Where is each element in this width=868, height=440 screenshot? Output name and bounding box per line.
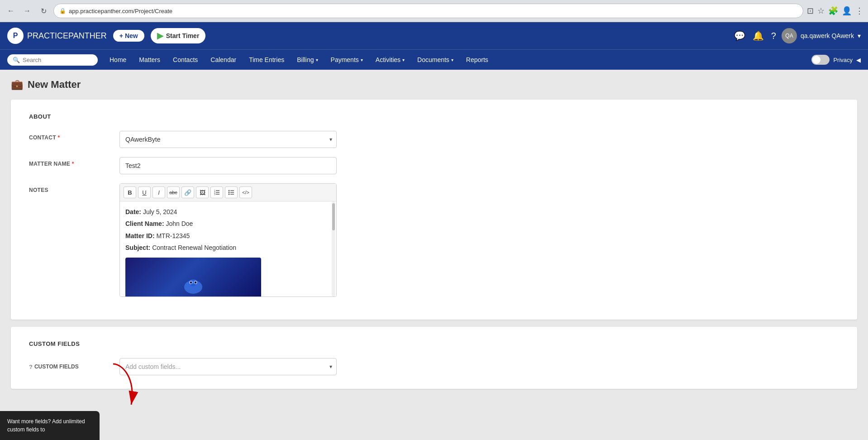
secure-icon: 🔒 <box>59 8 66 14</box>
back-button[interactable]: ← <box>5 5 17 17</box>
link-button[interactable]: 🔗 <box>181 187 194 198</box>
matter-name-input[interactable] <box>119 157 337 174</box>
logo-bold: PRACTICE <box>27 31 68 40</box>
forward-button[interactable]: → <box>21 5 33 17</box>
cf-select[interactable]: Add custom fields... <box>119 358 337 375</box>
bold-button[interactable]: B <box>124 187 136 198</box>
nav-contacts[interactable]: Contacts <box>167 50 204 70</box>
code-button[interactable]: </> <box>239 187 252 198</box>
plus-icon: + <box>119 32 123 39</box>
contact-select-wrapper: QAwerkByte ▾ <box>119 131 337 148</box>
profile-icon[interactable]: 👤 <box>842 6 852 16</box>
matter-name-label-text: MATTER NAME <box>29 161 70 167</box>
toggle-knob <box>812 56 820 64</box>
editor-toolbar: B U I abc 🔗 🖼 123 </> <box>120 184 336 201</box>
contact-required: * <box>58 134 60 141</box>
more-icon[interactable]: ⋮ <box>855 6 863 16</box>
help-icon[interactable]: ? <box>771 31 776 41</box>
nav-payments[interactable]: Payments ▾ <box>324 50 369 70</box>
contact-select[interactable]: QAwerkByte <box>119 131 337 148</box>
subject-value: Contract Renewal Negotiation <box>152 244 236 251</box>
nav-time-entries[interactable]: Time Entries <box>243 50 291 70</box>
editor-scrollbar[interactable] <box>332 201 335 297</box>
matter-name-field <box>119 157 337 174</box>
start-timer-button[interactable]: ▶ Start Timer <box>151 28 206 43</box>
documents-arrow: ▾ <box>451 57 453 62</box>
date-label: Date: <box>125 208 141 215</box>
extension-icon[interactable]: 🧩 <box>828 6 838 16</box>
new-label: New <box>125 32 138 39</box>
search-box[interactable]: 🔍 <box>7 54 98 66</box>
about-section: ABOUT CONTACT * QAwerkByte ▾ MATTER NAME… <box>11 100 857 320</box>
scrollbar-thumb <box>332 203 335 230</box>
svg-point-8 <box>229 194 230 195</box>
address-bar[interactable]: 🔒 app.practicepanther.com/Project/Create <box>53 4 803 18</box>
nav-home[interactable]: Home <box>103 50 133 70</box>
home-label: Home <box>110 56 126 63</box>
billing-label: Billing <box>297 56 314 63</box>
logo-text: PRACTICEPANTHER <box>27 31 107 41</box>
logo-light: PANTHER <box>68 31 107 40</box>
strikethrough-button[interactable]: abc <box>167 187 180 198</box>
bookmark-icon[interactable]: ☆ <box>817 6 825 16</box>
user-menu-arrow: ▾ <box>858 32 861 39</box>
avatar: QA <box>782 28 797 43</box>
notes-row: NOTES B U I abc 🔗 🖼 123 <box>29 183 839 297</box>
contact-row: CONTACT * QAwerkByte ▾ <box>29 131 839 148</box>
play-icon: ▶ <box>157 31 163 41</box>
cf-label-text: CUSTOM FIELDS <box>34 363 79 370</box>
new-button[interactable]: + New <box>112 29 145 43</box>
client-label: Client Name: <box>125 220 164 227</box>
privacy-toggle[interactable]: Privacy ◀ <box>811 55 861 65</box>
calendar-label: Calendar <box>210 56 236 63</box>
browser-actions: ⊡ ☆ 🧩 👤 ⋮ <box>807 6 863 16</box>
underline-button[interactable]: U <box>138 187 151 198</box>
matter-name-row: MATTER NAME * <box>29 157 839 174</box>
svg-point-18 <box>191 283 196 286</box>
svg-point-6 <box>229 190 230 191</box>
notes-label-text: NOTES <box>29 187 48 193</box>
chat-icon[interactable]: 💬 <box>734 30 745 41</box>
cf-label: ? CUSTOM FIELDS <box>29 363 110 370</box>
url-text: app.practicepanther.com/Project/Create <box>69 8 172 14</box>
cast-icon[interactable]: ⊡ <box>807 6 814 16</box>
image-button[interactable]: 🖼 <box>196 187 209 198</box>
nav-billing[interactable]: Billing ▾ <box>291 50 324 70</box>
cf-help-icon[interactable]: ? <box>29 363 33 370</box>
user-menu[interactable]: QA qa.qawerk QAwerk ▾ <box>782 28 861 43</box>
refresh-button[interactable]: ↻ <box>37 5 50 17</box>
start-timer-label: Start Timer <box>166 32 200 39</box>
header-icons: 💬 🔔 ? <box>734 30 776 41</box>
nav-matters[interactable]: Matters <box>133 50 167 70</box>
svg-point-17 <box>195 282 196 283</box>
client-value: John Doe <box>166 220 193 227</box>
rich-text-editor: B U I abc 🔗 🖼 123 </> <box>119 183 337 297</box>
privacy-chevron: ◀ <box>856 57 861 63</box>
privacy-switch[interactable] <box>811 55 830 65</box>
page-title: New Matter <box>28 79 81 91</box>
bell-icon[interactable]: 🔔 <box>753 30 764 41</box>
custom-fields-title: CUSTOM FIELDS <box>29 340 839 347</box>
nav-reports[interactable]: Reports <box>460 50 495 70</box>
contact-field: QAwerkByte ▾ <box>119 131 337 148</box>
activities-arrow: ▾ <box>402 57 405 62</box>
date-value: July 5, 2024 <box>143 208 177 215</box>
notes-label: NOTES <box>29 183 110 193</box>
nav-activities[interactable]: Activities ▾ <box>369 50 411 70</box>
ordered-list-button[interactable]: 123 <box>210 187 223 198</box>
search-input[interactable] <box>23 57 92 63</box>
unordered-list-button[interactable] <box>225 187 238 198</box>
payments-arrow: ▾ <box>361 57 363 62</box>
editor-body[interactable]: Date: July 5, 2024 Client Name: John Doe… <box>120 201 336 297</box>
tooltip-text: Want more fields? Add unlimited custom f… <box>7 418 85 433</box>
page-title-area: 💼 New Matter <box>11 79 857 91</box>
custom-fields-section: CUSTOM FIELDS ? CUSTOM FIELDS Add custom… <box>11 327 857 389</box>
notes-field: B U I abc 🔗 🖼 123 </> <box>119 183 337 297</box>
nav-calendar[interactable]: Calendar <box>204 50 243 70</box>
nav-documents[interactable]: Documents ▾ <box>411 50 460 70</box>
logo: P PRACTICEPANTHER <box>7 28 107 44</box>
app-nav: 🔍 Home Matters Contacts Calendar Time En… <box>0 49 868 70</box>
italic-button[interactable]: I <box>153 187 165 198</box>
gecko-svg <box>175 271 211 297</box>
reports-label: Reports <box>466 56 488 63</box>
